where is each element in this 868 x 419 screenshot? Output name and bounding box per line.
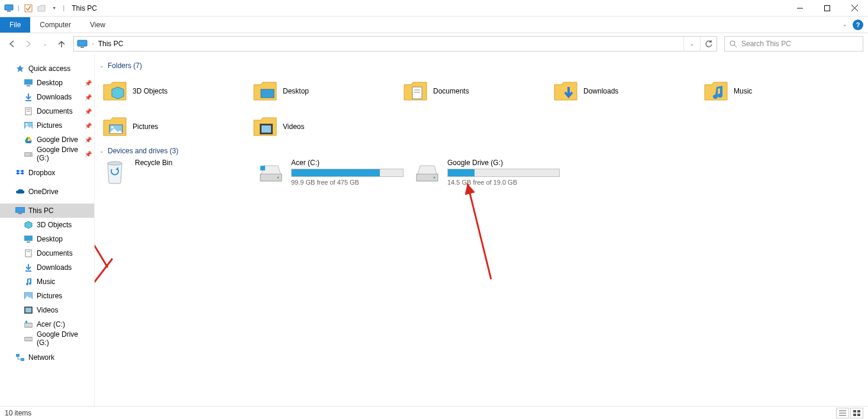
folder-icon bbox=[252, 78, 278, 104]
folder-music[interactable]: Music bbox=[703, 73, 853, 109]
new-folder-qat-icon[interactable] bbox=[36, 3, 47, 14]
nav-forward-button[interactable] bbox=[21, 37, 36, 51]
sidebar-pc-google-drive-g[interactable]: Google Drive (G:) bbox=[0, 331, 94, 346]
sidebar-onedrive[interactable]: OneDrive bbox=[0, 185, 94, 199]
folder-videos[interactable]: Videos bbox=[252, 109, 402, 144]
svg-rect-56 bbox=[853, 414, 856, 416]
sidebar-pc-desktop[interactable]: Desktop bbox=[0, 232, 94, 246]
folder-3d-objects[interactable]: 3D Objects bbox=[102, 73, 252, 109]
sidebar-label: Quick access bbox=[28, 65, 70, 73]
svg-line-50 bbox=[467, 183, 491, 279]
sidebar-item-pictures[interactable]: Pictures📌 bbox=[0, 118, 94, 133]
downloads-icon bbox=[24, 92, 33, 102]
local-disk-icon bbox=[24, 320, 33, 329]
documents-icon bbox=[24, 107, 33, 116]
close-button[interactable] bbox=[841, 0, 868, 17]
svg-rect-54 bbox=[853, 410, 856, 412]
this-pc-icon bbox=[15, 206, 25, 215]
group-drives-header[interactable]: ⌄ Devices and drives (3) bbox=[97, 144, 866, 159]
folder-icon bbox=[402, 78, 428, 104]
minimize-button[interactable] bbox=[786, 0, 814, 17]
folder-pictures[interactable]: Pictures bbox=[102, 109, 252, 144]
sidebar-item-downloads[interactable]: Downloads📌 bbox=[0, 90, 94, 104]
address-crumb-chev-icon[interactable]: › bbox=[91, 41, 96, 47]
music-icon bbox=[24, 277, 33, 286]
sidebar-pc-documents[interactable]: Documents bbox=[0, 246, 94, 260]
drives-row: Recycle Bin Acer (C:) 99.9 GB free of 47… bbox=[97, 159, 866, 186]
nav-back-button[interactable] bbox=[5, 37, 19, 51]
sidebar-item-desktop[interactable]: Desktop📌 bbox=[0, 76, 94, 90]
help-icon[interactable]: ? bbox=[853, 20, 863, 30]
drive-google-drive-g[interactable]: Google Drive (G:) 14.5 GB free of 19.0 G… bbox=[414, 159, 564, 186]
nav-recent-dropdown[interactable]: ⌄ bbox=[38, 37, 52, 51]
maximize-button[interactable] bbox=[814, 0, 841, 17]
search-input[interactable] bbox=[741, 40, 863, 48]
this-pc-qat-icon[interactable] bbox=[4, 3, 14, 14]
properties-qat-icon[interactable] bbox=[23, 3, 34, 14]
pin-icon: 📌 bbox=[85, 123, 92, 129]
svg-rect-8 bbox=[80, 47, 84, 48]
svg-point-44 bbox=[108, 162, 122, 165]
sidebar-item-google-drive-g[interactable]: Google Drive (G:)📌 bbox=[0, 147, 94, 161]
qat-dropdown-icon[interactable]: ▼ bbox=[49, 3, 60, 14]
drive-recycle-bin[interactable]: Recycle Bin bbox=[102, 159, 252, 186]
pin-icon: 📌 bbox=[85, 151, 92, 157]
sidebar-pc-downloads[interactable]: Downloads bbox=[0, 260, 94, 275]
svg-point-18 bbox=[26, 124, 28, 125]
sidebar-pc-pictures[interactable]: Pictures bbox=[0, 289, 94, 303]
sidebar-this-pc[interactable]: This PC bbox=[0, 204, 94, 218]
tab-file[interactable]: File bbox=[0, 17, 30, 33]
view-large-icons-button[interactable] bbox=[850, 408, 863, 418]
address-history-dropdown[interactable]: ⌄ bbox=[683, 37, 700, 51]
search-icon bbox=[725, 40, 741, 48]
svg-point-47 bbox=[434, 177, 435, 179]
svg-rect-23 bbox=[24, 236, 33, 241]
folders-grid: 3D Objects Desktop Documents Downloads M… bbox=[97, 73, 866, 144]
svg-rect-34 bbox=[16, 354, 20, 357]
svg-rect-33 bbox=[24, 337, 33, 341]
qat-separator: | bbox=[17, 5, 21, 11]
pin-icon: 📌 bbox=[85, 108, 92, 115]
sidebar-network[interactable]: Network bbox=[0, 350, 94, 365]
google-drive-icon bbox=[24, 135, 33, 144]
drive-icon bbox=[24, 334, 33, 343]
refresh-button[interactable] bbox=[700, 37, 717, 51]
search-box[interactable] bbox=[724, 36, 863, 51]
sidebar-pc-acer-c[interactable]: Acer (C:) bbox=[0, 317, 94, 331]
chevron-down-icon: ⌄ bbox=[99, 148, 104, 154]
sidebar-quick-access[interactable]: Quick access bbox=[0, 62, 94, 76]
address-this-pc-icon bbox=[74, 40, 91, 48]
svg-point-46 bbox=[277, 177, 279, 179]
qat-separator-2: | bbox=[62, 5, 66, 11]
tab-view[interactable]: View bbox=[80, 17, 115, 33]
sidebar-pc-music[interactable]: Music bbox=[0, 275, 94, 289]
folder-icon bbox=[102, 78, 128, 104]
folder-desktop[interactable]: Desktop bbox=[252, 73, 402, 109]
drive-icon bbox=[414, 159, 440, 185]
status-bar: 10 items bbox=[0, 406, 868, 419]
ribbon-expand-icon[interactable]: ⌄ bbox=[843, 22, 847, 27]
svg-rect-57 bbox=[857, 414, 860, 416]
view-details-button[interactable] bbox=[836, 408, 849, 418]
group-folders-header[interactable]: ⌄ Folders (7) bbox=[97, 59, 866, 73]
sidebar-pc-3dobjects[interactable]: 3D Objects bbox=[0, 218, 94, 232]
sidebar-dropbox[interactable]: Dropbox bbox=[0, 166, 94, 180]
address-text[interactable]: This PC bbox=[96, 40, 683, 48]
drive-usage-bar bbox=[447, 169, 560, 177]
svg-line-49 bbox=[95, 259, 112, 325]
svg-rect-45 bbox=[260, 166, 265, 170]
sidebar-item-google-drive[interactable]: Google Drive📌 bbox=[0, 133, 94, 147]
sidebar-item-documents[interactable]: Documents📌 bbox=[0, 104, 94, 118]
svg-rect-43 bbox=[262, 125, 271, 133]
drive-acer-c[interactable]: Acer (C:) 99.9 GB free of 475 GB bbox=[258, 159, 408, 186]
address-bar[interactable]: › This PC ⌄ bbox=[73, 36, 717, 51]
tab-computer[interactable]: Computer bbox=[30, 17, 80, 33]
folder-downloads[interactable]: Downloads bbox=[553, 73, 703, 109]
nav-up-button[interactable] bbox=[54, 37, 69, 51]
folder-documents[interactable]: Documents bbox=[402, 73, 553, 109]
sidebar-pc-videos[interactable]: Videos bbox=[0, 303, 94, 317]
svg-point-20 bbox=[30, 154, 31, 155]
pin-icon: 📌 bbox=[85, 94, 92, 101]
svg-rect-31 bbox=[24, 323, 33, 327]
svg-rect-25 bbox=[25, 250, 31, 257]
